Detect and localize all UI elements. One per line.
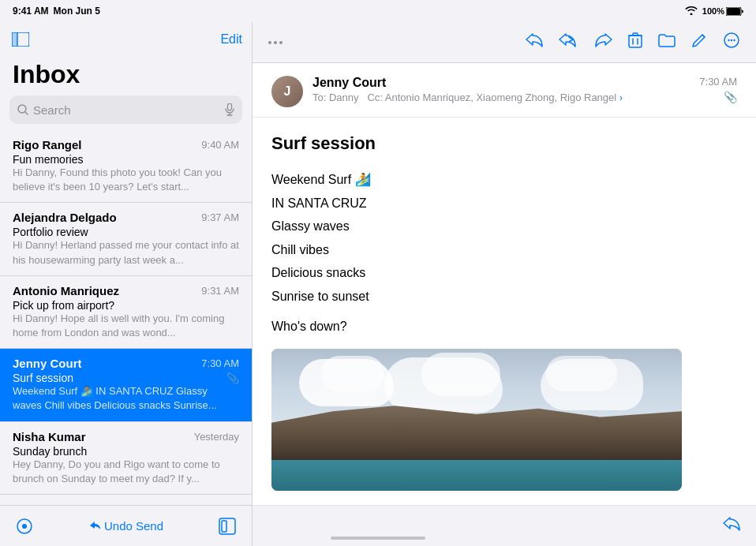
battery-icon: 100% — [702, 6, 743, 16]
trash-button[interactable] — [628, 32, 642, 52]
search-placeholder[interactable]: Search — [33, 103, 220, 117]
email-list: Rigo Rangel 9:40 AM Fun memories Hi Dann… — [0, 130, 252, 505]
email-subject: Pick up from airport? — [13, 299, 114, 312]
toolbar-actions — [526, 32, 740, 53]
inbox-panel: Edit Inbox Search Rigo Rangel — [0, 22, 253, 546]
inbox-toolbar: Edit — [0, 22, 252, 57]
email-subject: Sunday brunch — [13, 445, 87, 458]
email-subject: Fun memories — [13, 153, 83, 166]
compose-button[interactable] — [691, 32, 707, 52]
email-item[interactable]: Nisha Kumar Yesterday Sunday brunch Hey … — [0, 422, 252, 495]
email-preview: Hi Danny! Hope all is well with you. I'm… — [13, 312, 239, 340]
email-detail-meta-right: 7:30 AM 📎 — [699, 76, 737, 103]
email-item[interactable]: Rigo Rangel 9:40 AM Fun memories Hi Dann… — [0, 130, 252, 203]
email-subject: Surf session — [13, 372, 73, 384]
coastal-image — [271, 349, 682, 491]
email-meta: Jenny Court To: Danny Cc: Antonio Manriq… — [313, 76, 690, 103]
dot — [279, 41, 283, 44]
email-body-title: Surf session — [271, 133, 737, 154]
battery-percent: 100% — [702, 6, 724, 16]
body-line-3: Glassy waves — [271, 216, 737, 237]
email-sender: Antonio Manriquez — [13, 284, 119, 297]
body-line-6: Sunrise to sunset — [271, 286, 737, 307]
email-to: Danny — [329, 92, 359, 103]
svg-line-6 — [25, 112, 28, 114]
sender-avatar: J — [271, 76, 303, 107]
svg-point-23 — [733, 39, 735, 41]
cc-chevron[interactable]: › — [619, 92, 623, 103]
body-line-5: Delicious snacks — [271, 263, 737, 283]
detail-panel: J Jenny Court To: Danny Cc: Antonio Manr… — [253, 22, 756, 546]
attachment-icon: 📎 — [226, 372, 239, 384]
email-item[interactable]: Antonio Manriquez 9:31 AM Pick up from a… — [0, 276, 252, 349]
status-bar-right: 100% — [685, 6, 743, 17]
email-sender: Alejandra Delgado — [13, 211, 117, 224]
svg-line-19 — [702, 35, 705, 37]
dot — [274, 41, 277, 44]
email-time: 9:31 AM — [201, 285, 239, 297]
svg-rect-7 — [228, 103, 232, 110]
email-cc: Antonio Manriquez, Xiaomeng Zhong, Rigo … — [385, 92, 616, 103]
undo-send-label: Undo Send — [104, 519, 163, 533]
water-layer — [271, 460, 682, 492]
svg-point-22 — [731, 39, 732, 41]
email-time: 9:37 AM — [201, 211, 239, 223]
email-subject: Portfolio review — [13, 226, 88, 238]
email-sender: Rigo Rangel — [13, 138, 82, 151]
sidebar-toggle-button[interactable] — [9, 31, 32, 48]
undo-send-button[interactable]: Undo Send — [88, 519, 163, 533]
status-bar-left: 9:41 AM Mon Jun 5 — [13, 6, 100, 17]
status-time: 9:41 AM — [13, 6, 49, 17]
move-folder-button[interactable] — [658, 33, 676, 51]
svg-point-11 — [22, 524, 27, 529]
svg-point-21 — [728, 39, 729, 41]
email-preview: Weekend Surf 🏄 IN SANTA CRUZ Glassy wave… — [13, 384, 239, 413]
email-item-selected[interactable]: Jenny Court 7:30 AM Surf session 📎 Weeke… — [0, 349, 252, 421]
reply-button[interactable] — [526, 33, 543, 51]
toolbar-dots-center — [268, 41, 283, 44]
new-compose-button[interactable] — [219, 518, 236, 535]
email-time: 9:40 AM — [201, 139, 239, 151]
email-item[interactable]: Alejandra Delgado 9:37 AM Portfolio revi… — [0, 203, 252, 275]
inbox-title: Inbox — [0, 57, 252, 95]
svg-rect-13 — [222, 521, 226, 532]
body-line-2: IN SANTA CRUZ — [271, 193, 737, 214]
detail-toolbar — [253, 22, 756, 63]
attachment-paperclip-icon: 📎 — [724, 91, 737, 103]
email-preview: Hi Danny, Found this photo you took! Can… — [13, 166, 239, 194]
email-time: 7:30 AM — [201, 357, 239, 369]
status-day: Mon Jun 5 — [54, 6, 100, 17]
dot — [268, 41, 271, 44]
svg-rect-14 — [629, 36, 642, 47]
status-bar: 9:41 AM Mon Jun 5 100% — [0, 0, 756, 22]
svg-rect-16 — [633, 33, 638, 36]
forward-button[interactable] — [595, 33, 612, 51]
email-detail-time: 7:30 AM — [699, 76, 737, 88]
email-time: Yesterday — [194, 431, 239, 443]
inbox-bottom-bar: Undo Send — [0, 505, 252, 546]
email-preview: Hey Danny, Do you and Rigo want to come … — [13, 458, 239, 486]
email-to-line: To: Danny Cc: Antonio Manriquez, Xiaomen… — [313, 92, 690, 103]
email-detail-header: J Jenny Court To: Danny Cc: Antonio Manr… — [253, 63, 756, 118]
body-line-4: Chill vibes — [271, 240, 737, 260]
search-icon — [17, 104, 28, 115]
search-bar[interactable]: Search — [9, 95, 242, 124]
email-item[interactable]: Xiaomeng Zhong Saturday Summer barbecue … — [0, 495, 252, 505]
reply-bottom-button[interactable] — [723, 517, 740, 535]
more-button[interactable] — [723, 32, 740, 53]
app-container: Edit Inbox Search Rigo Rangel — [0, 22, 756, 546]
email-from-name: Jenny Court — [313, 76, 690, 90]
email-sender: Jenny Court — [13, 357, 82, 370]
reply-all-button[interactable] — [559, 33, 579, 51]
svg-rect-2 — [12, 32, 17, 47]
email-sender: Nisha Kumar — [13, 430, 86, 443]
detail-bottom-bar — [253, 505, 756, 546]
filter-button[interactable] — [16, 518, 33, 535]
body-line-7: Who's down? — [271, 316, 737, 337]
body-line-1: Weekend Surf 🏄 — [271, 170, 737, 190]
mic-icon[interactable] — [225, 103, 234, 116]
svg-rect-1 — [727, 8, 740, 15]
email-body-content: Weekend Surf 🏄 IN SANTA CRUZ Glassy wave… — [271, 170, 737, 491]
wifi-icon — [685, 6, 698, 17]
edit-button[interactable]: Edit — [220, 32, 242, 47]
